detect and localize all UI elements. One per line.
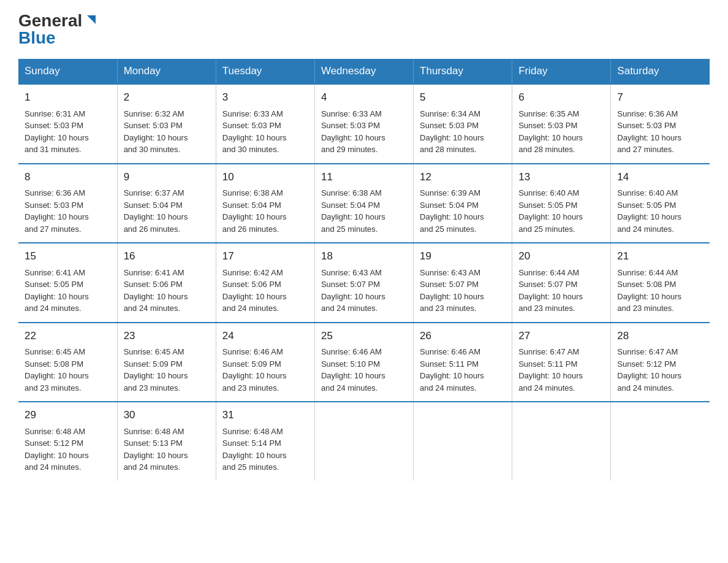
day-info: Sunrise: 6:38 AMSunset: 5:04 PMDaylight:… — [222, 187, 308, 235]
day-number: 20 — [518, 248, 604, 264]
weekday-header-monday: Monday — [117, 59, 216, 84]
day-number: 31 — [222, 407, 308, 423]
weekday-header-wednesday: Wednesday — [314, 59, 413, 84]
calendar-cell: 11Sunrise: 6:38 AMSunset: 5:04 PMDayligh… — [314, 164, 413, 243]
calendar-cell — [414, 402, 512, 481]
calendar-cell: 4Sunrise: 6:33 AMSunset: 5:03 PMDaylight… — [314, 84, 413, 164]
day-info: Sunrise: 6:38 AMSunset: 5:04 PMDaylight:… — [321, 187, 407, 235]
day-info: Sunrise: 6:43 AMSunset: 5:07 PMDaylight:… — [420, 267, 506, 315]
day-info: Sunrise: 6:40 AMSunset: 5:05 PMDaylight:… — [518, 187, 604, 235]
logo-text-blue: Blue — [18, 29, 56, 47]
day-number: 7 — [617, 90, 703, 105]
calendar-week-row: 22Sunrise: 6:45 AMSunset: 5:08 PMDayligh… — [18, 323, 710, 402]
calendar-cell: 3Sunrise: 6:33 AMSunset: 5:03 PMDaylight… — [216, 84, 314, 164]
day-number: 6 — [518, 90, 604, 105]
calendar-week-row: 8Sunrise: 6:36 AMSunset: 5:03 PMDaylight… — [18, 164, 710, 243]
logo-text-general: General — [18, 12, 82, 29]
day-info: Sunrise: 6:48 AMSunset: 5:13 PMDaylight:… — [124, 426, 210, 473]
day-info: Sunrise: 6:47 AMSunset: 5:11 PMDaylight:… — [518, 346, 604, 394]
day-number: 25 — [321, 328, 407, 344]
day-number: 1 — [25, 90, 111, 105]
weekday-header-tuesday: Tuesday — [216, 59, 314, 84]
weekday-header-thursday: Thursday — [414, 59, 512, 84]
day-info: Sunrise: 6:31 AMSunset: 5:03 PMDaylight:… — [25, 108, 111, 156]
day-info: Sunrise: 6:44 AMSunset: 5:08 PMDaylight:… — [617, 267, 703, 315]
day-number: 27 — [518, 328, 604, 344]
logo: General Blue — [18, 12, 97, 47]
calendar-body: 1Sunrise: 6:31 AMSunset: 5:03 PMDaylight… — [18, 84, 710, 481]
calendar-cell: 25Sunrise: 6:46 AMSunset: 5:10 PMDayligh… — [314, 323, 413, 402]
day-number: 22 — [25, 328, 111, 344]
calendar-cell — [611, 402, 710, 481]
calendar-cell: 27Sunrise: 6:47 AMSunset: 5:11 PMDayligh… — [512, 323, 611, 402]
day-info: Sunrise: 6:45 AMSunset: 5:09 PMDaylight:… — [124, 346, 210, 394]
calendar-cell: 1Sunrise: 6:31 AMSunset: 5:03 PMDaylight… — [18, 84, 117, 164]
day-number: 9 — [124, 169, 210, 185]
day-info: Sunrise: 6:46 AMSunset: 5:09 PMDaylight:… — [222, 346, 308, 394]
day-number: 16 — [124, 248, 210, 264]
day-info: Sunrise: 6:37 AMSunset: 5:04 PMDaylight:… — [124, 187, 210, 235]
day-number: 11 — [321, 169, 407, 185]
day-number: 19 — [420, 248, 506, 264]
day-info: Sunrise: 6:36 AMSunset: 5:03 PMDaylight:… — [25, 187, 111, 235]
day-number: 18 — [321, 248, 407, 264]
calendar-week-row: 29Sunrise: 6:48 AMSunset: 5:12 PMDayligh… — [18, 402, 710, 481]
day-number: 26 — [420, 328, 506, 344]
day-number: 8 — [25, 169, 111, 185]
calendar-cell: 22Sunrise: 6:45 AMSunset: 5:08 PMDayligh… — [18, 323, 117, 402]
calendar-cell: 20Sunrise: 6:44 AMSunset: 5:07 PMDayligh… — [512, 243, 611, 323]
weekday-header-friday: Friday — [512, 59, 611, 84]
day-info: Sunrise: 6:45 AMSunset: 5:08 PMDaylight:… — [25, 346, 111, 394]
day-info: Sunrise: 6:33 AMSunset: 5:03 PMDaylight:… — [321, 108, 407, 156]
calendar-cell: 16Sunrise: 6:41 AMSunset: 5:06 PMDayligh… — [117, 243, 216, 323]
day-number: 3 — [222, 90, 308, 105]
calendar-cell: 30Sunrise: 6:48 AMSunset: 5:13 PMDayligh… — [117, 402, 216, 481]
day-info: Sunrise: 6:47 AMSunset: 5:12 PMDaylight:… — [617, 346, 703, 394]
calendar-cell: 17Sunrise: 6:42 AMSunset: 5:06 PMDayligh… — [216, 243, 314, 323]
day-number: 12 — [420, 169, 506, 185]
calendar-cell: 14Sunrise: 6:40 AMSunset: 5:05 PMDayligh… — [611, 164, 710, 243]
calendar-cell: 15Sunrise: 6:41 AMSunset: 5:05 PMDayligh… — [18, 243, 117, 323]
calendar-cell: 12Sunrise: 6:39 AMSunset: 5:04 PMDayligh… — [414, 164, 512, 243]
day-info: Sunrise: 6:33 AMSunset: 5:03 PMDaylight:… — [222, 108, 308, 156]
calendar-cell: 28Sunrise: 6:47 AMSunset: 5:12 PMDayligh… — [611, 323, 710, 402]
calendar-header-row: SundayMondayTuesdayWednesdayThursdayFrid… — [18, 59, 710, 84]
day-info: Sunrise: 6:48 AMSunset: 5:14 PMDaylight:… — [222, 426, 308, 473]
day-info: Sunrise: 6:46 AMSunset: 5:11 PMDaylight:… — [420, 346, 506, 394]
calendar-cell: 31Sunrise: 6:48 AMSunset: 5:14 PMDayligh… — [216, 402, 314, 481]
day-info: Sunrise: 6:34 AMSunset: 5:03 PMDaylight:… — [420, 108, 506, 156]
calendar-cell: 13Sunrise: 6:40 AMSunset: 5:05 PMDayligh… — [512, 164, 611, 243]
calendar-cell: 5Sunrise: 6:34 AMSunset: 5:03 PMDaylight… — [414, 84, 512, 164]
calendar-cell: 6Sunrise: 6:35 AMSunset: 5:03 PMDaylight… — [512, 84, 611, 164]
day-info: Sunrise: 6:48 AMSunset: 5:12 PMDaylight:… — [25, 426, 111, 473]
day-info: Sunrise: 6:42 AMSunset: 5:06 PMDaylight:… — [222, 267, 308, 315]
day-number: 14 — [617, 169, 703, 185]
day-info: Sunrise: 6:32 AMSunset: 5:03 PMDaylight:… — [124, 108, 210, 156]
calendar-cell: 26Sunrise: 6:46 AMSunset: 5:11 PMDayligh… — [414, 323, 512, 402]
weekday-header-sunday: Sunday — [18, 59, 117, 84]
day-info: Sunrise: 6:41 AMSunset: 5:05 PMDaylight:… — [25, 267, 111, 315]
day-number: 21 — [617, 248, 703, 264]
calendar-cell — [512, 402, 611, 481]
day-number: 5 — [420, 90, 506, 105]
day-info: Sunrise: 6:46 AMSunset: 5:10 PMDaylight:… — [321, 346, 407, 394]
day-number: 13 — [518, 169, 604, 185]
calendar-cell: 7Sunrise: 6:36 AMSunset: 5:03 PMDaylight… — [611, 84, 710, 164]
day-number: 29 — [25, 407, 111, 423]
day-info: Sunrise: 6:44 AMSunset: 5:07 PMDaylight:… — [518, 267, 604, 315]
page-header: General Blue — [18, 12, 710, 47]
logo-icon — [83, 13, 97, 26]
calendar-cell — [314, 402, 413, 481]
day-number: 2 — [124, 90, 210, 105]
calendar-cell: 8Sunrise: 6:36 AMSunset: 5:03 PMDaylight… — [18, 164, 117, 243]
day-number: 15 — [25, 248, 111, 264]
day-number: 28 — [617, 328, 703, 344]
weekday-header-saturday: Saturday — [611, 59, 710, 84]
day-info: Sunrise: 6:36 AMSunset: 5:03 PMDaylight:… — [617, 108, 703, 156]
calendar-cell: 24Sunrise: 6:46 AMSunset: 5:09 PMDayligh… — [216, 323, 314, 402]
calendar-cell: 21Sunrise: 6:44 AMSunset: 5:08 PMDayligh… — [611, 243, 710, 323]
calendar-cell: 19Sunrise: 6:43 AMSunset: 5:07 PMDayligh… — [414, 243, 512, 323]
calendar-week-row: 15Sunrise: 6:41 AMSunset: 5:05 PMDayligh… — [18, 243, 710, 323]
calendar-week-row: 1Sunrise: 6:31 AMSunset: 5:03 PMDaylight… — [18, 84, 710, 164]
day-number: 24 — [222, 328, 308, 344]
